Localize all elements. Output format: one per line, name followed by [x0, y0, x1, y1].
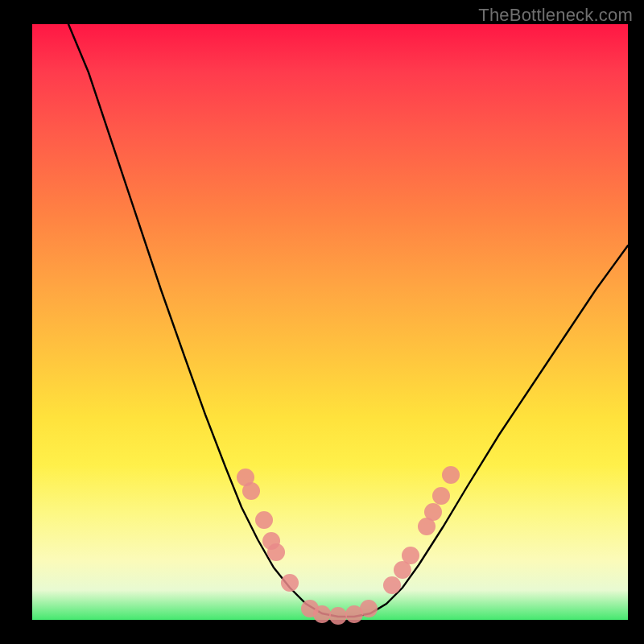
marker-dot — [267, 543, 285, 561]
chart-frame: TheBottleneck.com — [0, 0, 644, 644]
marker-dot — [432, 487, 450, 505]
marker-dot — [329, 607, 347, 625]
bottleneck-curve — [68, 24, 628, 617]
curve-svg — [32, 24, 628, 620]
marker-group — [237, 466, 460, 625]
marker-dot — [242, 482, 260, 500]
marker-dot — [281, 574, 299, 592]
watermark-text: TheBottleneck.com — [478, 5, 633, 26]
marker-dot — [402, 547, 419, 564]
marker-dot — [255, 511, 273, 529]
marker-dot — [424, 503, 442, 521]
marker-dot — [383, 576, 401, 594]
plot-area — [32, 24, 628, 620]
marker-dot — [360, 600, 378, 617]
marker-dot — [442, 466, 460, 484]
marker-dot — [313, 605, 331, 623]
